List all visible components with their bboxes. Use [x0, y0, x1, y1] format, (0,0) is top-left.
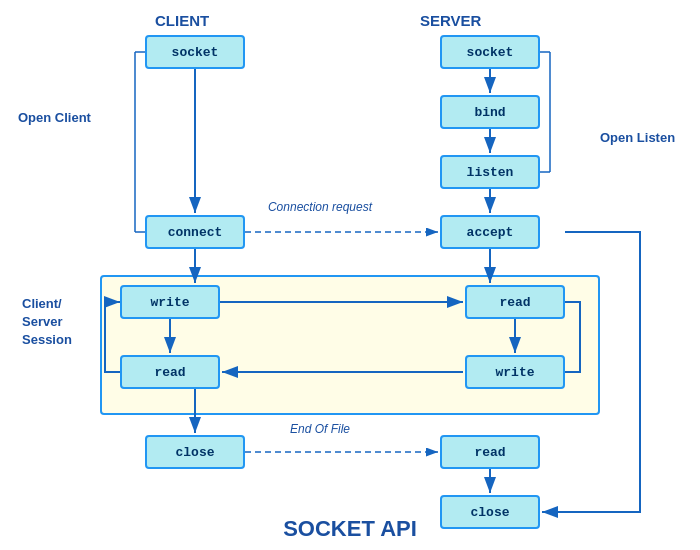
server-write-box: write	[465, 355, 565, 389]
client-read-box: read	[120, 355, 220, 389]
client-header: CLIENT	[155, 12, 209, 29]
server-read-box: read	[465, 285, 565, 319]
diagram-container: CLIENT SERVER Open Client Open Listen Cl…	[0, 0, 700, 550]
server-read2-box: read	[440, 435, 540, 469]
session-label: Client/ Server Session	[22, 295, 72, 350]
open-client-label: Open Client	[18, 110, 91, 125]
listen-box: listen	[440, 155, 540, 189]
page-title: SOCKET API	[0, 516, 700, 542]
connect-box: connect	[145, 215, 245, 249]
client-close-box: close	[145, 435, 245, 469]
open-listen-label: Open Listen	[600, 130, 675, 145]
accept-box: accept	[440, 215, 540, 249]
bind-box: bind	[440, 95, 540, 129]
connection-request-label: Connection request	[240, 200, 400, 214]
server-socket-box: socket	[440, 35, 540, 69]
server-header: SERVER	[420, 12, 481, 29]
client-write-box: write	[120, 285, 220, 319]
end-of-file-label: End Of File	[255, 422, 385, 436]
client-socket-box: socket	[145, 35, 245, 69]
